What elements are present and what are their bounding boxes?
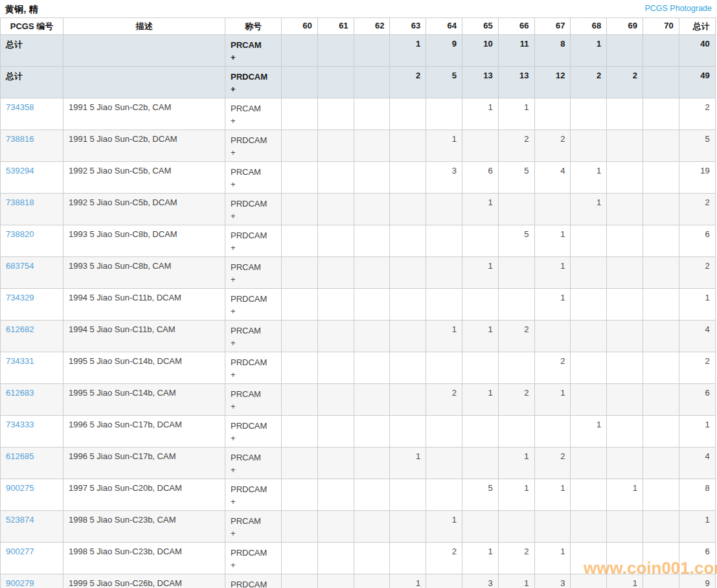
- description-cell: [63, 67, 225, 98]
- pcgs-number-link[interactable]: 738818: [6, 198, 34, 207]
- grade-cell-63: [390, 130, 426, 162]
- designation-cell: PRDCAM +: [225, 479, 282, 511]
- pcgs-number-cell: 734333: [1, 416, 63, 447]
- grade-cell-60: [282, 574, 318, 588]
- pcgs-number-cell: 900275: [1, 479, 63, 511]
- grade-cell-62: [354, 352, 390, 384]
- table-row: 6837541993 5 Jiao Sun-C8b, CAMPRCAM +112: [1, 257, 716, 289]
- designation-cell: PRDCAM +: [225, 67, 282, 98]
- column-header-pcgs-number: PCGS 编号: [1, 18, 63, 35]
- grade-cell-66: 1: [498, 574, 534, 588]
- pcgs-number-cell: 738816: [1, 130, 63, 162]
- pcgs-number-link[interactable]: 900279: [6, 578, 34, 588]
- grade-cell-69: 1: [607, 574, 643, 588]
- page-title: 黄铜, 精: [5, 4, 38, 16]
- pcgs-number-cell: 900277: [1, 543, 63, 574]
- column-header-65: 65: [462, 18, 498, 35]
- table-row: 6126831995 5 Jiao Sun-C14b, CAMPRCAM +21…: [1, 384, 716, 416]
- grade-cell-69: [607, 98, 643, 130]
- grade-cell-68: 1: [571, 416, 607, 447]
- grade-cell-65: 6: [462, 162, 498, 194]
- pcgs-number-link[interactable]: 523874: [6, 515, 34, 525]
- pcgs-number-cell: 734329: [1, 289, 63, 321]
- grade-cell-70: [643, 225, 679, 257]
- designation-cell: PRDCAM +: [225, 352, 282, 384]
- table-row: 9002771998 5 Jiao Sun-C23b, DCAMPRDCAM +…: [1, 543, 716, 574]
- grade-cell-61: [317, 225, 354, 257]
- pcgs-number-link[interactable]: 734358: [6, 102, 34, 112]
- grade-cell-62: [354, 67, 390, 98]
- pcgs-number-cell: 539294: [1, 162, 63, 194]
- description-cell: 1993 5 Jiao Sun-C8b, DCAM: [63, 225, 225, 257]
- grade-cell-70: [643, 194, 679, 225]
- grade-cell-64: 2: [426, 384, 462, 416]
- grade-cell-64: [426, 257, 462, 289]
- total-cell: 2: [679, 352, 715, 384]
- pcgs-number-cell: 612685: [1, 447, 63, 479]
- description-cell: 1998 5 Jiao Sun-C23b, DCAM: [63, 543, 225, 574]
- grade-cell-65: [462, 289, 498, 321]
- column-header-70: 70: [643, 18, 679, 35]
- grade-cell-65: [462, 130, 498, 162]
- pcgs-number-link[interactable]: 734331: [6, 356, 34, 366]
- grade-cell-65: [462, 511, 498, 543]
- grade-cell-60: [282, 352, 318, 384]
- grade-cell-67: [534, 511, 571, 543]
- grade-cell-62: [354, 511, 390, 543]
- grade-cell-70: [643, 479, 679, 511]
- pcgs-number-link[interactable]: 900277: [6, 547, 34, 556]
- designation-cell: PRCAM +: [225, 98, 282, 130]
- grade-cell-64: 1: [426, 511, 462, 543]
- grade-cell-64: [426, 574, 462, 588]
- pcgs-number-link[interactable]: 612685: [6, 451, 34, 461]
- grade-cell-68: [571, 257, 607, 289]
- description-cell: 1995 5 Jiao Sun-C14b, CAM: [63, 384, 225, 416]
- designation-cell: PRDCAM +: [225, 543, 282, 574]
- grade-cell-70: [643, 289, 679, 321]
- grade-cell-63: [390, 321, 426, 352]
- table-row: 6126821994 5 Jiao Sun-C11b, CAMPRCAM +11…: [1, 321, 716, 352]
- pcgs-number-link[interactable]: 539294: [6, 166, 34, 175]
- grade-cell-68: [571, 289, 607, 321]
- grade-cell-62: [354, 225, 390, 257]
- pcgs-number-link[interactable]: 900275: [6, 483, 34, 493]
- grade-cell-60: [282, 416, 318, 447]
- pcgs-number-link[interactable]: 612682: [6, 324, 34, 334]
- grade-cell-69: [607, 321, 643, 352]
- total-cell: 1: [679, 289, 715, 321]
- pcgs-number-link[interactable]: 683754: [6, 261, 34, 271]
- grade-cell-64: [426, 194, 462, 225]
- grade-cell-60: [282, 162, 318, 194]
- grade-cell-63: [390, 162, 426, 194]
- table-row: 7388161991 5 Jiao Sun-C2b, DCAMPRDCAM +1…: [1, 130, 716, 162]
- grade-cell-70: [643, 162, 679, 194]
- grade-cell-63: [390, 511, 426, 543]
- grade-cell-68: [571, 574, 607, 588]
- grade-cell-67: 2: [534, 447, 571, 479]
- designation-cell: PRCAM +: [225, 447, 282, 479]
- grade-cell-70: [643, 416, 679, 447]
- grade-cell-64: 9: [426, 35, 462, 67]
- description-cell: 1994 5 Jiao Sun-C11b, DCAM: [63, 289, 225, 321]
- designation-cell: PRCAM +: [225, 384, 282, 416]
- grade-cell-64: [426, 416, 462, 447]
- grade-cell-67: 2: [534, 352, 571, 384]
- grade-cell-68: 1: [571, 35, 607, 67]
- grade-cell-63: [390, 416, 426, 447]
- pcgs-number-link[interactable]: 734329: [6, 293, 34, 302]
- pcgs-number-link[interactable]: 738816: [6, 134, 34, 144]
- grade-cell-63: 1: [390, 35, 426, 67]
- grade-cell-66: 1: [498, 479, 534, 511]
- pcgs-number-link[interactable]: 612683: [6, 388, 34, 398]
- grade-cell-62: [354, 384, 390, 416]
- grade-cell-66: [498, 352, 534, 384]
- grade-cell-61: [317, 130, 354, 162]
- grade-cell-66: 2: [498, 543, 534, 574]
- summary-label: 总计: [1, 35, 63, 67]
- pcgs-number-link[interactable]: 734333: [6, 420, 34, 429]
- pcgs-number-link[interactable]: 738820: [6, 229, 34, 239]
- pcgs-photograde-link[interactable]: PCGS Photograde: [644, 4, 712, 13]
- grade-cell-63: [390, 543, 426, 574]
- grade-cell-67: 1: [534, 384, 571, 416]
- table-row: 7343581991 5 Jiao Sun-C2b, CAMPRCAM +112: [1, 98, 716, 130]
